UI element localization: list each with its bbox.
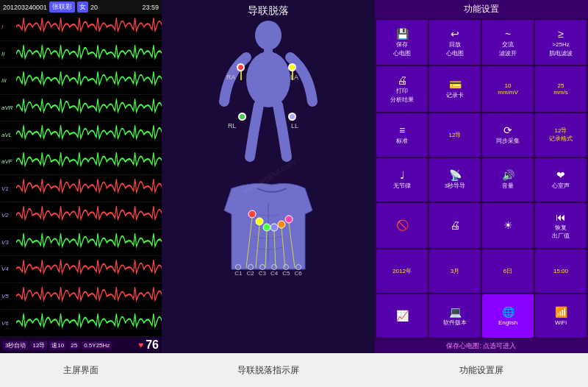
settings-icon-4: 🖨 bbox=[397, 74, 407, 86]
settings-cell-12[interactable]: ♩无节律 bbox=[376, 158, 428, 202]
lead-panel: 导联脱落 www.wgjpur.com bbox=[162, 0, 375, 353]
lead-label-v1: V1 bbox=[0, 185, 16, 192]
lead-wave-i bbox=[16, 14, 162, 40]
ecg-panel: 201203240001 张联彩 女 20 23:59 IIIIIIaVRaVL… bbox=[0, 0, 162, 353]
lead-body-container: RA LA RL LL bbox=[162, 21, 375, 353]
footer-leads[interactable]: 12导 bbox=[30, 341, 47, 350]
patient-age: 20 bbox=[90, 4, 98, 11]
settings-cell-21[interactable]: 3月 bbox=[429, 249, 481, 293]
settings-label-11: 记录格式 bbox=[549, 135, 573, 143]
settings-cell-26[interactable]: 🌐English bbox=[482, 294, 534, 338]
settings-label-26: English bbox=[498, 319, 517, 327]
settings-cell-4[interactable]: 🖨打印分析结果 bbox=[376, 66, 428, 111]
footer-speed[interactable]: 速10 bbox=[49, 341, 66, 350]
settings-label-1: 心电图 bbox=[446, 50, 464, 57]
heart-icon: ♥ bbox=[138, 340, 143, 350]
lead-label-v3: V3 bbox=[0, 239, 16, 246]
lead-label-avf: aVF bbox=[0, 158, 16, 165]
settings-cell-10[interactable]: ⟳同步采集 bbox=[482, 113, 534, 157]
settings-icon-26: 🌐 bbox=[502, 306, 514, 318]
settings-icon-24: 📈 bbox=[396, 310, 409, 322]
settings-label-21: 3月 bbox=[451, 267, 459, 275]
settings-cell-20[interactable]: 2012年 bbox=[376, 249, 428, 293]
lead-row-avf: aVF bbox=[0, 149, 162, 176]
lead-row-v2: V2 bbox=[0, 202, 162, 230]
settings-label-4: 分析结果 bbox=[390, 96, 414, 104]
settings-cell-17[interactable]: 🖨 bbox=[429, 203, 481, 248]
settings-label-20: 2012年 bbox=[392, 267, 412, 275]
shirt-figure: C1 C2 C3 C4 bbox=[209, 174, 327, 277]
settings-label-6: mm/mV bbox=[498, 89, 518, 96]
settings-cell-27[interactable]: 📶WiFi bbox=[535, 294, 587, 338]
settings-cell-16[interactable]: 🚫 bbox=[376, 203, 428, 248]
settings-label-15: 心室声 bbox=[552, 182, 570, 190]
settings-label-4: 打印 bbox=[396, 88, 408, 95]
human-figure: RA LA RL LL bbox=[206, 21, 331, 168]
lead-label-iii: III bbox=[0, 77, 16, 84]
settings-cell-13[interactable]: 📡3秒导导 bbox=[429, 158, 481, 202]
settings-icon-19: ⏮ bbox=[556, 211, 566, 223]
settings-label-0: 心电图 bbox=[393, 50, 411, 57]
lead-wave-v3 bbox=[16, 230, 162, 256]
settings-label-2: 交流 bbox=[502, 41, 514, 49]
lead-wave-v5 bbox=[16, 283, 162, 310]
settings-label-3: 肌电滤波 bbox=[549, 50, 573, 57]
lead-row-iii: III bbox=[0, 68, 162, 95]
settings-icon-12: ♩ bbox=[400, 169, 405, 181]
settings-cell-11[interactable]: 12导记录格式 bbox=[535, 113, 587, 157]
settings-panel: 功能设置 💾保存心电图↩回放心电图~交流滤波开≥>25Hz肌电滤波🖨打印分析结果… bbox=[375, 0, 588, 353]
footer-filter[interactable]: 0.5Y25Hz bbox=[82, 341, 112, 349]
patient-gender: 女 bbox=[77, 1, 88, 13]
settings-title: 功能设置 bbox=[375, 0, 588, 18]
lead-row-ii: II bbox=[0, 41, 162, 68]
patient-name: 张联彩 bbox=[49, 1, 75, 13]
settings-cell-18[interactable]: ☀ bbox=[482, 203, 534, 248]
lead-wave-avr bbox=[16, 95, 162, 121]
settings-cell-22[interactable]: 6日 bbox=[482, 249, 534, 293]
settings-icon-5: 💳 bbox=[449, 79, 462, 90]
settings-cell-23[interactable]: 15:00 bbox=[535, 249, 587, 293]
settings-label-7: 25 bbox=[558, 82, 564, 89]
settings-cell-5[interactable]: 💳记录卡 bbox=[429, 66, 481, 111]
settings-label-10: 同步采集 bbox=[496, 138, 520, 145]
settings-label-23: 15:00 bbox=[553, 268, 568, 274]
settings-label-25: 软件版本 bbox=[443, 319, 467, 327]
settings-cell-25[interactable]: 💻软件版本 bbox=[429, 294, 481, 338]
lead-row-v5: V5 bbox=[0, 283, 162, 310]
settings-icon-18: ☀ bbox=[503, 219, 513, 231]
caption-ecg: 主屏界面 bbox=[0, 364, 162, 377]
settings-cell-0[interactable]: 💾保存心电图 bbox=[376, 20, 428, 65]
settings-icon-17: 🖨 bbox=[450, 219, 460, 231]
settings-status-bar: 保存心电图: 点选可进入 bbox=[375, 339, 588, 353]
settings-label-14: 音量 bbox=[502, 182, 514, 190]
lead-row-v1: V1 bbox=[0, 175, 162, 202]
svg-point-9 bbox=[285, 216, 293, 223]
footer-gain[interactable]: 25 bbox=[68, 341, 79, 349]
settings-label-7: mm/s bbox=[553, 89, 568, 96]
settings-cell-9[interactable]: 12导 bbox=[429, 113, 481, 157]
settings-cell-24[interactable]: 📈 bbox=[376, 294, 428, 338]
settings-icon-8: ≡ bbox=[399, 124, 405, 136]
settings-cell-8[interactable]: ≡标准 bbox=[376, 113, 428, 157]
lead-wave-ii bbox=[16, 41, 162, 68]
settings-cell-3[interactable]: ≥>25Hz肌电滤波 bbox=[535, 20, 587, 65]
bpm-value: 76 bbox=[146, 338, 159, 352]
lead-wave-v1 bbox=[16, 175, 162, 202]
settings-icon-10: ⟳ bbox=[503, 124, 512, 136]
lead-wave-v4 bbox=[16, 256, 162, 283]
settings-cell-6[interactable]: 10mm/mV bbox=[482, 66, 534, 111]
settings-icon-15: ❤ bbox=[556, 169, 565, 181]
svg-point-8 bbox=[278, 221, 285, 228]
settings-cell-1[interactable]: ↩回放心电图 bbox=[429, 20, 481, 65]
settings-icon-25: 💻 bbox=[449, 306, 462, 318]
settings-label-6: 10 bbox=[505, 82, 512, 89]
settings-cell-7[interactable]: 25mm/s bbox=[535, 66, 587, 111]
footer-auto[interactable]: 3秒自动 bbox=[3, 341, 28, 350]
settings-label-3: >25Hz bbox=[552, 41, 569, 49]
settings-cell-2[interactable]: ~交流滤波开 bbox=[482, 20, 534, 65]
lead-label-i: I bbox=[0, 24, 16, 30]
settings-cell-15[interactable]: ❤心室声 bbox=[535, 158, 587, 202]
ecg-leads-container: IIIIIIaVRaVLaVFV1V2V3V4V5V6 bbox=[0, 14, 162, 337]
settings-cell-14[interactable]: 🔊音量 bbox=[482, 158, 534, 202]
settings-cell-19[interactable]: ⏮恢复出厂值 bbox=[535, 203, 587, 248]
